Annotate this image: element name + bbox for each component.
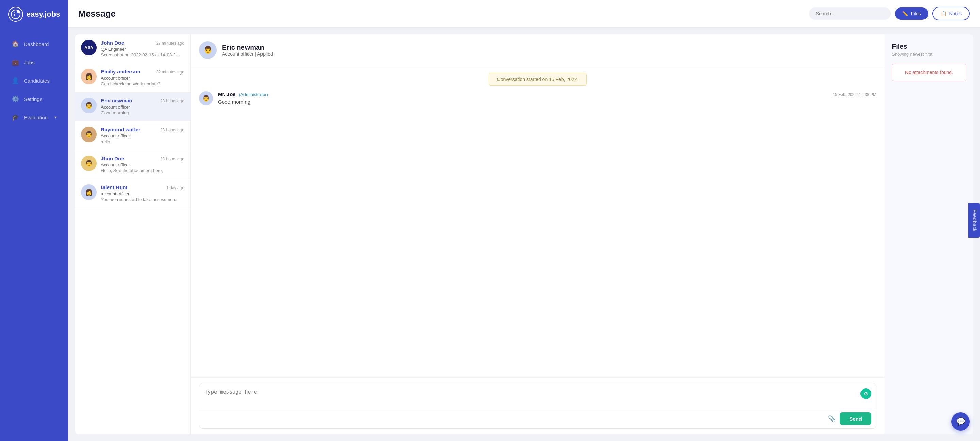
svg-text:i: i xyxy=(14,11,15,17)
notes-button[interactable]: 📋 Notes xyxy=(932,7,970,21)
candidates-icon: 👤 xyxy=(11,77,19,84)
avatar-john-doe: ASA xyxy=(81,40,97,56)
admin-badge: (Administrator) xyxy=(239,92,268,97)
conv-preview-jhon: Hello, See the attachment here, xyxy=(101,168,184,173)
message-avatar: 👨 xyxy=(199,91,213,105)
sidebar-item-jobs[interactable]: 💼 Jobs xyxy=(3,54,65,71)
sidebar-item-settings[interactable]: ⚙️ Settings xyxy=(3,90,65,108)
conv-name-jhon: Jhon Doe xyxy=(101,155,124,161)
conv-name-eric: Eric newman xyxy=(101,98,132,103)
chat-area: 👨 Eric newman Account officer | Applied … xyxy=(191,34,885,434)
conv-role-emiliy: Account officer xyxy=(101,76,184,81)
conv-preview-emiliy: Can I check the Work update? xyxy=(101,81,184,86)
conv-item-talent[interactable]: 👩 talent Hunt 1 day ago account officer … xyxy=(75,179,190,208)
conv-time-raymond: 23 hours ago xyxy=(161,128,184,132)
attach-button[interactable]: 📎 xyxy=(828,415,835,423)
sidebar-nav: 🏠 Dashboard 💼 Jobs 👤 Candidates ⚙️ Setti… xyxy=(0,35,68,126)
avatar-raymond: 👨 xyxy=(81,127,97,142)
avatar-talent: 👩 xyxy=(81,184,97,200)
app-logo[interactable]: i easy.jobs xyxy=(2,7,67,22)
chat-user-role: Account officer | Applied xyxy=(222,51,273,57)
avatar-emiliy: 👩 xyxy=(81,69,97,84)
home-icon: 🏠 xyxy=(11,40,19,48)
files-label: Files xyxy=(911,11,921,16)
conv-time-emiliy: 32 minutes ago xyxy=(156,70,184,75)
sidebar-item-evaluation[interactable]: 🎓 Evaluation ▾ xyxy=(3,109,65,126)
conv-role-jhon: Account officer xyxy=(101,162,184,167)
sidebar-item-dashboard[interactable]: 🏠 Dashboard xyxy=(3,35,65,52)
jobs-icon: 💼 xyxy=(11,59,19,66)
chevron-down-icon: ▾ xyxy=(54,115,57,120)
conv-name-raymond: Raymond watler xyxy=(101,127,140,132)
avatar-jhon: 👨 xyxy=(81,155,97,171)
search-input[interactable] xyxy=(809,8,891,20)
conv-preview-john: Screenshot-on-2022-02-15-at-14-03-2... xyxy=(101,52,184,57)
files-panel-subtitle: Showing newest first xyxy=(892,52,966,57)
conv-role-talent: account officer xyxy=(101,191,184,196)
sidebar-label-evaluation: Evaluation xyxy=(24,115,48,121)
feedback-tab[interactable]: Feedback xyxy=(968,203,980,238)
chat-user-avatar: 👨 xyxy=(199,41,216,59)
paperclip-icon: ✏️ xyxy=(902,11,908,16)
sidebar-label-dashboard: Dashboard xyxy=(24,41,49,47)
sidebar-label-jobs: Jobs xyxy=(24,60,35,65)
content-area: ASA John Doe 27 minutes ago QA Engineer … xyxy=(68,27,980,441)
sidebar-label-settings: Settings xyxy=(24,96,42,102)
chat-user-name: Eric newman xyxy=(222,44,273,51)
conv-preview-eric: Good morning xyxy=(101,110,184,115)
send-button[interactable]: Send xyxy=(840,412,871,425)
conv-time-jhon: 23 hours ago xyxy=(161,157,184,161)
chat-fab-icon: 💬 xyxy=(956,417,966,426)
conv-name-emiliy: Emiliy anderson xyxy=(101,69,140,75)
message-text: Good morning xyxy=(218,99,877,105)
main-content: Message ✏️ Files 📋 Notes ASA John Doe 27… xyxy=(68,0,980,441)
conv-role-eric: Account officer xyxy=(101,105,184,109)
sidebar-label-candidates: Candidates xyxy=(24,78,50,84)
conv-time-eric: 23 hours ago xyxy=(161,99,184,103)
sidebar-item-candidates[interactable]: 👤 Candidates xyxy=(3,72,65,89)
conv-name-john: John Doe xyxy=(101,40,124,46)
settings-icon: ⚙️ xyxy=(11,95,19,103)
conv-preview-talent: You are requested to take assessmen... xyxy=(101,197,184,202)
message-input[interactable] xyxy=(199,384,876,407)
conv-item-jhon[interactable]: 👨 Jhon Doe 23 hours ago Account officer … xyxy=(75,150,190,179)
page-title: Message xyxy=(78,8,116,19)
conv-preview-raymond: hello xyxy=(101,139,184,144)
message-sender: Mr. Joe xyxy=(218,91,235,97)
conv-role-raymond: Account officer xyxy=(101,133,184,138)
chat-input-area: G 📎 Send xyxy=(191,378,885,434)
files-panel-title: Files xyxy=(892,43,966,50)
avatar-eric: 👨 xyxy=(81,98,97,113)
grammarly-icon: G xyxy=(861,388,871,399)
message-time: 15 Feb, 2022, 12:38 PM xyxy=(832,92,877,97)
conversation-started-badge: Conversation started on 15 Feb, 2022. xyxy=(488,73,587,86)
sidebar: i easy.jobs 🏠 Dashboard 💼 Jobs 👤 Candida… xyxy=(0,0,68,441)
notes-icon: 📋 xyxy=(940,11,946,16)
svg-point-2 xyxy=(17,10,20,13)
chat-messages: Conversation started on 15 Feb, 2022. 👨 … xyxy=(191,66,885,378)
files-button[interactable]: ✏️ Files xyxy=(895,8,929,20)
conv-time-john: 27 minutes ago xyxy=(156,41,184,46)
chat-input-box: G 📎 Send xyxy=(199,383,877,429)
conversation-list: ASA John Doe 27 minutes ago QA Engineer … xyxy=(75,34,191,434)
page-header: Message ✏️ Files 📋 Notes xyxy=(68,0,980,27)
feedback-label: Feedback xyxy=(972,209,977,232)
notes-label: Notes xyxy=(949,11,962,16)
conv-item-raymond[interactable]: 👨 Raymond watler 23 hours ago Account of… xyxy=(75,121,190,150)
chat-header: 👨 Eric newman Account officer | Applied xyxy=(191,34,885,66)
conv-item-emiliy[interactable]: 👩 Emiliy anderson 32 minutes ago Account… xyxy=(75,63,190,92)
no-attachments-text: No attachments found. xyxy=(905,70,953,75)
conv-time-talent: 1 day ago xyxy=(166,186,184,190)
conv-item-eric[interactable]: 👨 Eric newman 23 hours ago Account offic… xyxy=(75,92,190,121)
conv-name-talent: talent Hunt xyxy=(101,184,127,190)
logo-icon: i xyxy=(8,7,23,22)
no-attachments-box: No attachments found. xyxy=(892,63,966,81)
files-panel: Files Showing newest first No attachment… xyxy=(885,34,973,434)
conv-item-john-doe[interactable]: ASA John Doe 27 minutes ago QA Engineer … xyxy=(75,34,190,63)
conv-role-john: QA Engineer xyxy=(101,47,184,52)
app-name: easy.jobs xyxy=(27,10,60,19)
chat-input-footer: 📎 Send xyxy=(199,409,876,428)
message-item: 👨 Mr. Joe (Administrator) 15 Feb, 2022, … xyxy=(199,91,877,105)
chat-fab-button[interactable]: 💬 xyxy=(951,412,970,431)
applied-badge: | Applied xyxy=(255,51,273,57)
